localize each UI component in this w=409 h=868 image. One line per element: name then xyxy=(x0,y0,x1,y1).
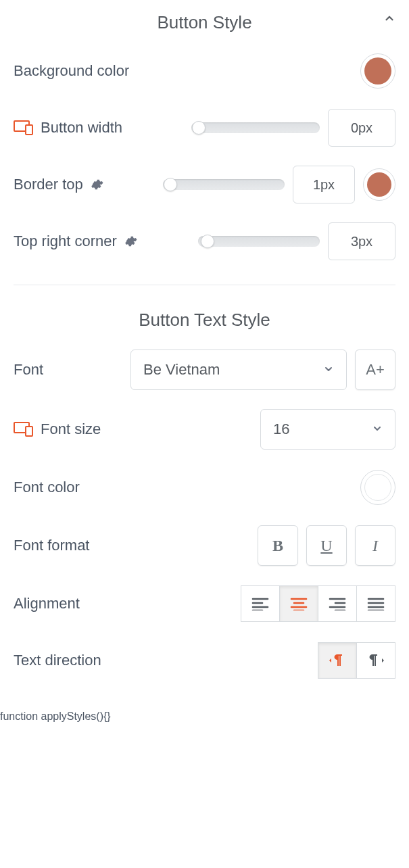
text-direction-rtl-button[interactable] xyxy=(356,642,395,679)
svg-rect-1 xyxy=(26,125,32,135)
align-center-button[interactable] xyxy=(279,585,318,622)
underline-icon: U xyxy=(320,537,332,555)
ltr-icon xyxy=(329,652,346,669)
background-color-swatch[interactable] xyxy=(360,53,395,89)
section-title-button-style: Button Style xyxy=(14,12,395,33)
border-top-color-swatch[interactable] xyxy=(363,168,395,201)
color-swatch-inner xyxy=(367,172,391,197)
section-title-button-text-style: Button Text Style xyxy=(14,310,395,331)
align-right-icon xyxy=(329,597,346,610)
top-right-corner-value[interactable]: 3px xyxy=(328,222,395,260)
chevron-up-icon xyxy=(383,12,395,24)
color-swatch-inner xyxy=(364,57,391,85)
slider-thumb[interactable] xyxy=(201,235,214,248)
font-size-value: 16 xyxy=(273,420,289,438)
border-top-label: Border top xyxy=(14,176,83,193)
aplus-icon: A+ xyxy=(366,361,385,379)
font-select-value: Be Vietnam xyxy=(143,361,220,379)
gear-icon[interactable] xyxy=(90,178,103,191)
button-width-slider[interactable] xyxy=(191,122,320,133)
font-size-select[interactable]: 16 xyxy=(260,409,395,450)
align-justify-button[interactable] xyxy=(356,585,395,622)
align-center-icon xyxy=(290,597,308,610)
font-size-label: Font size xyxy=(41,420,101,438)
align-right-button[interactable] xyxy=(318,585,357,622)
bold-icon: B xyxy=(272,537,283,555)
chevron-down-icon xyxy=(323,364,334,375)
background-color-label: Background color xyxy=(14,62,129,80)
text-direction-ltr-button[interactable] xyxy=(318,642,357,679)
top-right-corner-slider[interactable] xyxy=(198,236,320,247)
bold-button[interactable]: B xyxy=(258,525,298,566)
responsive-devices-icon[interactable] xyxy=(14,422,34,437)
chevron-down-icon xyxy=(372,423,383,434)
border-top-slider[interactable] xyxy=(163,179,285,190)
responsive-devices-icon[interactable] xyxy=(14,120,34,135)
align-left-button[interactable] xyxy=(241,585,280,622)
font-select[interactable]: Be Vietnam xyxy=(130,349,347,390)
color-swatch-inner xyxy=(364,474,391,501)
gear-icon[interactable] xyxy=(124,235,137,248)
font-color-label: Font color xyxy=(14,479,80,496)
font-label: Font xyxy=(14,361,43,379)
slider-thumb[interactable] xyxy=(164,178,177,191)
button-width-value[interactable]: 0px xyxy=(328,109,395,147)
font-color-swatch[interactable] xyxy=(360,470,395,505)
italic-button[interactable]: I xyxy=(355,525,395,566)
align-justify-icon xyxy=(367,597,385,610)
top-right-corner-label: Top right corner xyxy=(14,233,117,250)
italic-icon: I xyxy=(372,537,378,555)
underline-button[interactable]: U xyxy=(306,525,347,566)
rtl-icon xyxy=(367,652,385,669)
text-direction-label: Text direction xyxy=(14,652,101,669)
border-top-value[interactable]: 1px xyxy=(293,166,355,203)
align-left-icon xyxy=(251,597,269,610)
slider-thumb[interactable] xyxy=(192,121,206,135)
font-format-label: Font format xyxy=(14,537,89,554)
alignment-label: Alignment xyxy=(14,595,80,612)
svg-rect-3 xyxy=(26,427,32,436)
button-width-label: Button width xyxy=(41,119,122,137)
collapse-button[interactable] xyxy=(383,12,395,27)
font-size-increase-button[interactable]: A+ xyxy=(355,349,395,390)
